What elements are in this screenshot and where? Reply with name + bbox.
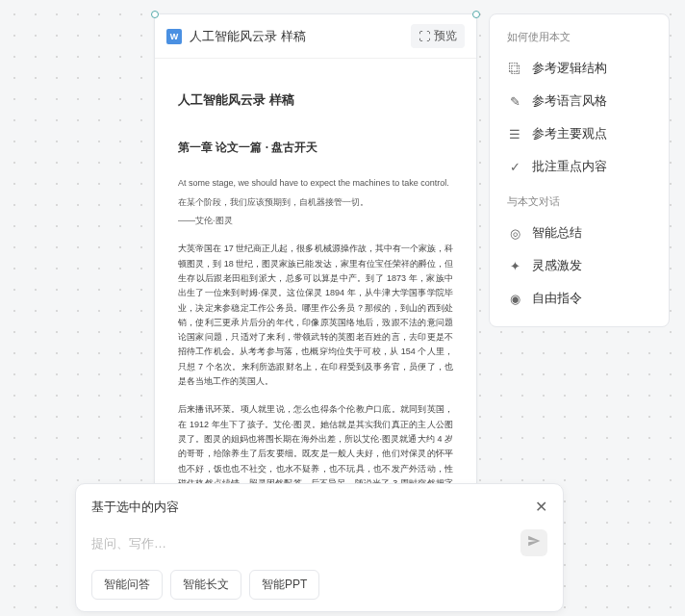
send-button[interactable] (520, 529, 547, 556)
document-header: W 人工智能风云录 样稿 ⛶ 预览 (155, 14, 476, 59)
send-icon (527, 534, 541, 552)
resize-handle-tl[interactable] (151, 11, 159, 18)
side-item-label: 灵感激发 (532, 257, 582, 274)
target-icon: ◉ (507, 291, 522, 306)
check-icon: ✓ (507, 159, 522, 174)
doc-paragraph-1: 大英帝国在 17 世纪商正儿起，很多机械源操作故，其中有一个家族，科顿图灵，到 … (178, 242, 453, 389)
word-icon: W (166, 29, 182, 44)
doc-main-title: 人工智能风云录 样稿 (178, 90, 453, 111)
structure-icon: ⿻ (507, 61, 522, 76)
preview-label: 预览 (434, 28, 457, 44)
doc-quote-zh: 在某个阶段，我们应该预期到，自机器接管一切。 (178, 195, 453, 210)
document-body: 人工智能风云录 样稿 第一章 论文一篇 · 盘古开天 At some stage… (155, 59, 476, 494)
side-panel: 如何使用本文 ⿻ 参考逻辑结构 ✎ 参考语言风格 ☰ 参考主要观点 ✓ 批注重点… (489, 13, 670, 327)
side-item-label: 参考主要观点 (532, 125, 607, 142)
side-item-free[interactable]: ◉ 自由指令 (497, 282, 661, 315)
summary-icon: ◎ (507, 225, 522, 241)
chip-long[interactable]: 智能长文 (170, 570, 241, 600)
side-item-inspire[interactable]: ✦ 灵感激发 (497, 249, 661, 282)
side-item-label: 智能总结 (532, 224, 582, 242)
side-item-label: 参考语言风格 (532, 92, 607, 110)
prompt-title: 基于选中的内容 (91, 499, 179, 516)
side-item-summary[interactable]: ◎ 智能总结 (497, 217, 661, 249)
prompt-header: 基于选中的内容 ✕ (91, 498, 547, 516)
chip-ppt[interactable]: 智能PPT (249, 570, 319, 600)
prompt-panel: 基于选中的内容 ✕ 智能问答 智能长文 智能PPT (75, 483, 564, 612)
chip-qa[interactable]: 智能问答 (91, 570, 163, 600)
side-item-label: 批注重点内容 (532, 158, 607, 175)
resize-handle-tr[interactable] (472, 11, 480, 18)
chip-row: 智能问答 智能长文 智能PPT (91, 570, 547, 600)
close-icon: ✕ (535, 499, 547, 515)
scan-icon: ⛶ (419, 30, 430, 43)
side-section-title-1: 如何使用本文 (497, 26, 661, 52)
side-item-logic[interactable]: ⿻ 参考逻辑结构 (497, 52, 661, 85)
preview-button[interactable]: ⛶ 预览 (411, 24, 465, 48)
side-item-style[interactable]: ✎ 参考语言风格 (497, 85, 661, 117)
side-item-annotate[interactable]: ✓ 批注重点内容 (497, 150, 661, 183)
pencil-icon: ✎ (507, 93, 522, 109)
spark-icon: ✦ (507, 258, 522, 273)
doc-paragraph-2: 后来播讯环菜。项人就里说，怎么也得条个伦教户口底。就同到英国，在 1912 年生… (178, 402, 453, 494)
side-section-title-2: 与本文对话 (497, 191, 661, 217)
close-button[interactable]: ✕ (535, 498, 547, 516)
prompt-input-row (91, 529, 547, 556)
side-item-viewpoint[interactable]: ☰ 参考主要观点 (497, 117, 661, 150)
side-item-label: 参考逻辑结构 (532, 60, 607, 77)
list-icon: ☰ (507, 126, 522, 141)
doc-quote-author: ——艾伦·图灵 (178, 214, 453, 228)
prompt-input[interactable] (91, 536, 520, 551)
side-item-label: 自由指令 (532, 290, 582, 307)
document-title: 人工智能风云录 样稿 (190, 28, 403, 45)
doc-quote-en: At some stage, we should have to expect … (178, 176, 453, 191)
doc-chapter: 第一章 论文一篇 · 盘古开天 (178, 138, 453, 157)
document-card[interactable]: W 人工智能风云录 样稿 ⛶ 预览 人工智能风云录 样稿 第一章 论文一篇 · … (154, 13, 477, 493)
